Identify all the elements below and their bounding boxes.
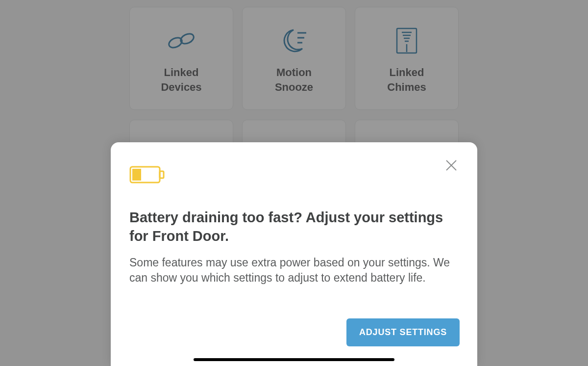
svg-rect-15 xyxy=(132,169,141,181)
sheet-body: Some features may use extra power based … xyxy=(129,255,453,286)
close-button[interactable] xyxy=(443,157,460,174)
battery-settings-sheet: Battery draining too fast? Adjust your s… xyxy=(111,142,477,366)
sheet-title: Battery draining too fast? Adjust your s… xyxy=(129,208,453,245)
adjust-settings-button[interactable]: ADJUST SETTINGS xyxy=(346,318,460,346)
home-indicator[interactable] xyxy=(194,358,394,361)
close-icon xyxy=(445,159,458,172)
svg-rect-14 xyxy=(160,171,164,178)
battery-low-icon xyxy=(129,165,459,186)
